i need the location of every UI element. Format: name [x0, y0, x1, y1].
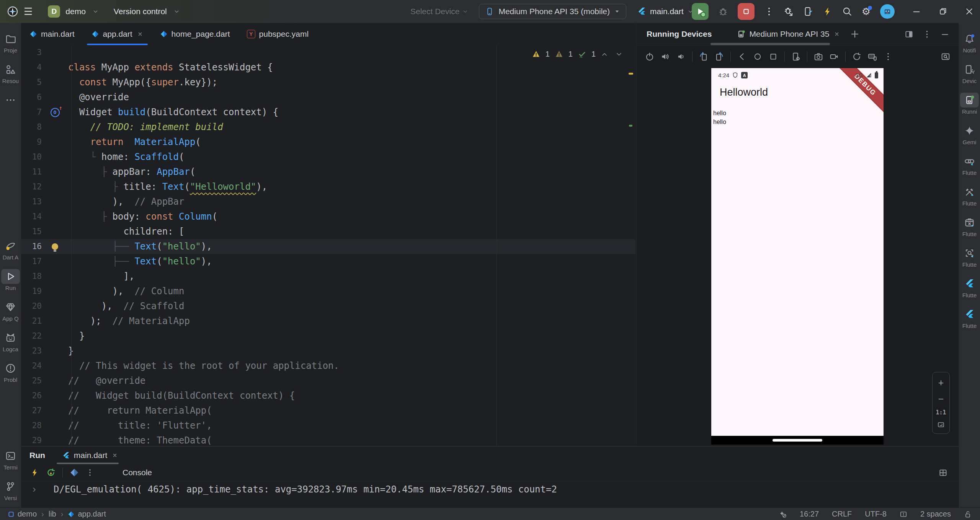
- tool-stripe-item-Flutte[interactable]: Flutte: [959, 276, 980, 298]
- line-number[interactable]: 15: [21, 224, 42, 239]
- tool-stripe-item-Dart A[interactable]: Dart A: [0, 238, 21, 261]
- line-number[interactable]: 22: [21, 329, 42, 344]
- status-widget[interactable]: 2 spaces: [920, 510, 951, 518]
- code-line-25[interactable]: 25// @override: [21, 373, 635, 388]
- tool-stripe-item-Run[interactable]: Run: [0, 269, 21, 291]
- code-line-7[interactable]: 7O↑ Widget build(BuildContext context) {: [21, 105, 635, 120]
- code-line-15[interactable]: 15 children: [: [21, 224, 635, 239]
- editor-tab-app.dart[interactable]: app.dart: [83, 23, 152, 45]
- power-icon[interactable]: [645, 52, 654, 61]
- snapshot-restart-icon[interactable]: [852, 52, 861, 61]
- tool-stripe-item-more-h[interactable]: [0, 93, 21, 108]
- emulator-display[interactable]: DEBUG 4:24 A 3G Helloworld hellohello: [711, 68, 884, 445]
- run-config-dropdown[interactable]: main.dart: [637, 7, 693, 16]
- tool-stripe-item-Runni[interactable]: Runni: [959, 93, 980, 115]
- code-line-22[interactable]: 22 }: [21, 329, 635, 344]
- code-line-9[interactable]: 9 return MaterialApp(: [21, 135, 635, 150]
- window-maximize-button[interactable]: [938, 7, 947, 16]
- breadcrumb-item[interactable]: lib: [49, 510, 56, 518]
- line-number[interactable]: 3: [21, 45, 42, 60]
- panel-options-icon[interactable]: [923, 30, 931, 39]
- gesture-pill[interactable]: [773, 439, 822, 442]
- line-number[interactable]: 17: [21, 254, 42, 269]
- line-number[interactable]: 13: [21, 194, 42, 209]
- code-line-12[interactable]: 12 ├ title: Text("Helloworld"),: [21, 179, 635, 194]
- rotate-left-icon[interactable]: [699, 52, 708, 61]
- line-number[interactable]: 4: [21, 60, 42, 75]
- window-close-button[interactable]: [965, 7, 974, 16]
- volume-down-icon[interactable]: [676, 52, 686, 61]
- debug-icon[interactable]: [718, 7, 728, 16]
- code-line-14[interactable]: 14 ├ body: const Column(: [21, 209, 635, 224]
- code-line-26[interactable]: 26// Widget build(BuildContext context) …: [21, 388, 635, 403]
- code-line-20[interactable]: 20 ), // Scaffold: [21, 299, 635, 314]
- intention-bulb-icon[interactable]: [52, 243, 58, 250]
- zoom-mode-icon[interactable]: [941, 45, 950, 68]
- user-avatar[interactable]: [880, 4, 895, 19]
- tool-stripe-item-Flutte[interactable]: Flutte: [959, 246, 980, 268]
- scrollbar-ok-tick[interactable]: [629, 125, 632, 127]
- line-number[interactable]: 20: [21, 299, 42, 314]
- hot-reload-icon[interactable]: [823, 7, 833, 16]
- line-number[interactable]: 12: [21, 179, 42, 194]
- camera-icon[interactable]: [814, 52, 823, 61]
- inspections-widget[interactable]: 1 1 1: [532, 50, 622, 59]
- console-output[interactable]: › D/EGL_emulation( 4625): app_time_stats…: [21, 481, 959, 508]
- code-line-19[interactable]: 19 ), // Column: [21, 284, 635, 299]
- line-number[interactable]: 16: [21, 239, 42, 254]
- editor-tab-main.dart[interactable]: main.dart: [21, 23, 83, 45]
- rotate-right-icon[interactable]: [715, 52, 724, 61]
- tool-stripe-item-Flutte[interactable]: Flutte: [959, 184, 980, 207]
- line-number[interactable]: 18: [21, 269, 42, 284]
- tool-stripe-item-Gemi[interactable]: Gemi: [959, 123, 980, 145]
- code-line-18[interactable]: 18 ],: [21, 269, 635, 284]
- project-name[interactable]: demo: [65, 7, 86, 16]
- prev-problem-icon[interactable]: [601, 51, 608, 58]
- close-tab-icon[interactable]: [834, 31, 840, 37]
- editor-tab-home_page.dart[interactable]: home_page.dart: [152, 23, 238, 45]
- tool-stripe-item-Flutte[interactable]: Flutte: [959, 215, 980, 237]
- vcs-menu[interactable]: Version control: [114, 7, 167, 16]
- inspection-level-icon[interactable]: [900, 510, 907, 518]
- code-line-27[interactable]: 27// return MaterialApp(: [21, 403, 635, 418]
- tool-stripe-item-Logca[interactable]: Logca: [0, 330, 21, 352]
- fold-arrow[interactable]: ›: [33, 483, 36, 495]
- run-button[interactable]: [692, 3, 709, 20]
- tool-stripe-item-Notifi[interactable]: Notifi: [959, 31, 980, 54]
- device-dropdown[interactable]: Medium Phone API 35 (mobile): [479, 4, 626, 19]
- line-number[interactable]: 24: [21, 359, 42, 373]
- tool-stripe-item-Probl[interactable]: Probl: [0, 361, 21, 383]
- code-line-11[interactable]: 11 ├ appBar: AppBar(: [21, 165, 635, 179]
- close-tab-icon[interactable]: [137, 31, 143, 37]
- zoom-out-button[interactable]: −: [938, 393, 944, 404]
- flutter-devtools-icon[interactable]: [803, 7, 813, 16]
- tool-stripe-item-Flutte[interactable]: Flutte: [959, 154, 980, 176]
- status-widget[interactable]: UTF-8: [865, 510, 887, 518]
- line-number[interactable]: 6: [21, 90, 42, 105]
- line-number[interactable]: 5: [21, 75, 42, 90]
- editor-tab-pubspec.yaml[interactable]: Ypubspec.yaml: [238, 23, 317, 45]
- code-line-5[interactable]: 5 const MyApp({super.key});: [21, 75, 635, 90]
- nav-overview-icon[interactable]: [769, 52, 778, 61]
- add-device-tab-icon[interactable]: [850, 29, 860, 39]
- tool-stripe-item-Termi[interactable]: Termi: [0, 448, 21, 471]
- more-v-icon[interactable]: [884, 52, 893, 61]
- tool-stripe-item-Versi[interactable]: Versi: [0, 479, 21, 501]
- more-actions-icon[interactable]: [764, 7, 774, 16]
- console-tab[interactable]: Console: [122, 468, 152, 477]
- line-number[interactable]: 19: [21, 284, 42, 299]
- device-tab[interactable]: Medium Phone API 35: [737, 29, 840, 39]
- code-line-13[interactable]: 13 ), // AppBar: [21, 194, 635, 209]
- line-number[interactable]: 29: [21, 433, 42, 446]
- line-number[interactable]: 8: [21, 120, 42, 135]
- tool-stripe-item-Devic[interactable]: Devic: [959, 62, 980, 84]
- status-widget[interactable]: CRLF: [832, 510, 852, 518]
- settings-gear-icon[interactable]: ⚙: [862, 7, 871, 16]
- zoom-in-button[interactable]: +: [938, 377, 944, 388]
- attach-debugger-icon[interactable]: [784, 7, 794, 16]
- breadcrumb-item[interactable]: demo: [8, 510, 37, 518]
- next-problem-icon[interactable]: [616, 51, 622, 58]
- dart-devtools-icon[interactable]: [70, 468, 79, 477]
- close-tab-icon[interactable]: [112, 452, 118, 458]
- line-number[interactable]: 25: [21, 373, 42, 388]
